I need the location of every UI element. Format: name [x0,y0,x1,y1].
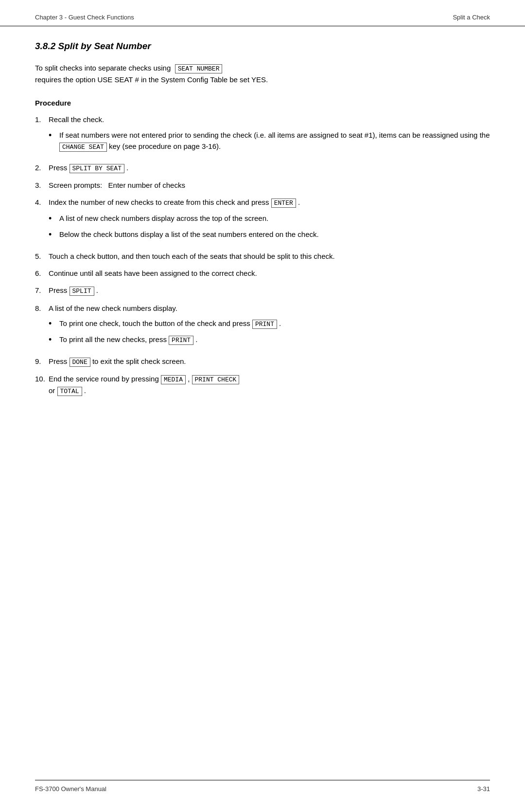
section-number: 3.8.2 [35,41,55,51]
print-check-key: PRINT CHECK [192,375,240,384]
step-7: 7. Press SPLIT . [35,285,490,296]
step-2-num: 2. [35,162,49,174]
step-1-bullet-1: • If seat numbers were not entered prior… [49,129,490,152]
step-3-num: 3. [35,180,49,191]
page-container: Chapter 3 - Guest Check Functions Split … [0,0,525,812]
step-8-bullets: • To print one check, touch the button o… [49,318,490,346]
done-key: DONE [70,358,90,367]
step-3: 3. Screen prompts: Enter number of check… [35,180,490,191]
step-7-content: Press SPLIT . [49,285,490,296]
step-4-bullet-1-text: A list of new check numbers display acro… [59,213,490,225]
page-header: Chapter 3 - Guest Check Functions Split … [0,0,525,26]
step-4-bullet-2: • Below the check buttons display a list… [49,229,490,241]
bullet-dot-3: • [49,229,59,241]
step-8: 8. A list of the new check numbers displ… [35,303,490,350]
procedure-heading: Procedure [35,99,490,107]
print-key-2: PRINT [169,336,193,345]
section-heading-text: Split by Seat Number [58,41,151,51]
step-1-num: 1. [35,114,49,156]
step-4-bullet-1: • A list of new check numbers display ac… [49,213,490,225]
step-4-num: 4. [35,197,49,245]
step-1-content: Recall the check. • If seat numbers were… [49,114,490,156]
step-4: 4. Index the number of new checks to cre… [35,197,490,245]
step-4-bullet-2-text: Below the check buttons display a list o… [59,229,490,241]
step-6-num: 6. [35,268,49,279]
print-key-1: PRINT [252,320,277,329]
steps-list: 1. Recall the check. • If seat numbers w… [35,114,490,397]
bullet-dot-5: • [49,334,59,346]
intro-line1: To split checks into separate checks usi… [35,64,171,72]
step-8-bullet-1: • To print one check, touch the button o… [49,318,490,330]
bullet-dot: • [49,129,59,152]
header-section: Split a Check [453,14,490,21]
main-content: 3.8.2 Split by Seat Number To split chec… [0,26,525,461]
step-6-content: Continue until all seats have been assig… [49,268,490,279]
step-8-bullet-2: • To print all the new checks, press PRI… [49,334,490,346]
step-1-bullet-1-content: If seat numbers were not entered prior t… [59,129,490,152]
step-5: 5. Touch a check button, and then touch … [35,251,490,262]
bullet-dot-2: • [49,213,59,225]
step-9-content: Press DONE to exit the split check scree… [49,356,490,367]
enter-key: ENTER [271,198,296,208]
step-1: 1. Recall the check. • If seat numbers w… [35,114,490,156]
intro-line2: requires the option USE SEAT # in the Sy… [35,75,268,84]
media-key: MEDIA [161,375,186,384]
step-9-num: 9. [35,356,49,367]
total-key: TOTAL [57,387,82,396]
header-chapter: Chapter 3 - Guest Check Functions [35,14,134,21]
step-1-text: Recall the check. [49,115,104,124]
step-10-num: 10. [35,373,49,397]
change-seat-key: CHANGE SEAT [59,143,107,152]
step-6: 6. Continue until all seats have been as… [35,268,490,279]
step-4-content: Index the number of new checks to create… [49,197,490,245]
footer-page-number: 3-31 [477,785,490,793]
intro-paragraph: To split checks into separate checks usi… [35,62,490,85]
step-8-bullet-2-text: To print all the new checks, press PRINT… [59,334,490,346]
step-1-bullets: • If seat numbers were not entered prior… [49,129,490,152]
step-8-bullet-1-text: To print one check, touch the button of … [59,318,490,330]
step-5-num: 5. [35,251,49,262]
step-2: 2. Press SPLIT BY SEAT . [35,162,490,174]
seat-number-key: SEAT NUMBER [175,64,223,73]
step-2-content: Press SPLIT BY SEAT . [49,162,490,174]
split-by-seat-key: SPLIT BY SEAT [70,164,124,173]
step-3-content: Screen prompts: Enter number of checks [49,180,490,191]
split-key: SPLIT [70,287,94,296]
step-7-num: 7. [35,285,49,296]
step-8-num: 8. [35,303,49,350]
page-footer: FS-3700 Owner's Manual 3-31 [35,780,490,793]
section-title: 3.8.2 Split by Seat Number [35,41,490,52]
bullet-dot-4: • [49,318,59,330]
footer-manual-name: FS-3700 Owner's Manual [35,785,106,793]
step-5-content: Touch a check button, and then touch eac… [49,251,490,262]
step-10: 10. End the service round by pressing ME… [35,373,490,397]
step-9: 9. Press DONE to exit the split check sc… [35,356,490,367]
step-4-bullets: • A list of new check numbers display ac… [49,213,490,241]
step-10-content: End the service round by pressing MEDIA … [49,373,490,397]
step-8-content: A list of the new check numbers display.… [49,303,490,350]
